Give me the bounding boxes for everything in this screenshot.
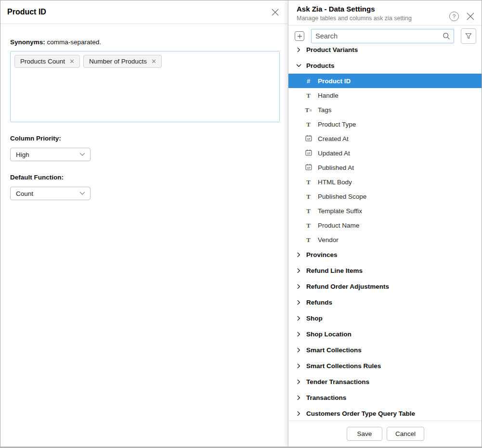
- tree-table-label: Refund Line Items: [306, 267, 363, 274]
- tree-table-label: Transactions: [306, 394, 346, 401]
- tree-table-label: Customers Order Type Query Table: [306, 410, 415, 417]
- column-priority-select[interactable]: High: [10, 148, 91, 161]
- tree-table-label: Refunds: [306, 299, 332, 306]
- tree-column-row[interactable]: TProduct Type: [288, 117, 482, 131]
- synonym-tag: Number of Products✕: [83, 55, 162, 68]
- svg-text:17: 17: [307, 152, 310, 155]
- window: Product ID Synonyms: comma-separated. Pr…: [0, 0, 482, 448]
- calendar-icon: 17: [305, 164, 312, 171]
- synonyms-label-bold: Synonyms:: [10, 38, 45, 46]
- tree-table-row[interactable]: Refunds: [288, 294, 482, 310]
- data-settings-header: Ask Zia - Data Settings Manage tables an…: [288, 0, 482, 26]
- synonyms-input-area[interactable]: Products Count✕Number of Products✕: [10, 51, 280, 122]
- tree-table-row[interactable]: Provinces: [288, 247, 482, 263]
- close-icon[interactable]: [465, 11, 476, 22]
- tree-table-row[interactable]: Refund Line Items: [288, 263, 482, 279]
- tree-table-label: Smart Collections: [306, 346, 362, 354]
- multi-value-text-icon: T≡: [305, 107, 312, 113]
- column-settings-header: Product ID: [0, 0, 288, 24]
- synonyms-label: Synonyms: comma-separated.: [10, 38, 279, 46]
- number-column-icon: #: [305, 78, 312, 84]
- chevron-right-icon: [296, 332, 301, 337]
- column-priority-label: Column Priority:: [10, 135, 279, 142]
- tree-column-row[interactable]: TTemplate Suffix: [288, 204, 482, 218]
- tree-table-label: Products: [306, 62, 335, 69]
- text-column-icon: T: [305, 208, 312, 214]
- filter-icon[interactable]: [461, 28, 476, 44]
- tree-column-label: Product ID: [318, 77, 351, 85]
- chevron-down-icon: [79, 192, 85, 195]
- tree-column-row[interactable]: 17Created At: [288, 131, 482, 146]
- synonym-tag-label: Products Count: [20, 58, 65, 65]
- tree-column-label: Published Scope: [318, 193, 366, 200]
- tree-column-row[interactable]: T≡Tags: [288, 102, 482, 117]
- tree-column-row[interactable]: TProduct Name: [288, 218, 482, 232]
- tree-table-row[interactable]: Smart Collections: [288, 342, 482, 358]
- close-icon[interactable]: [270, 7, 280, 17]
- calendar-icon: 17: [305, 135, 312, 142]
- data-settings-footer: Save Cancel: [288, 421, 482, 447]
- svg-text:17: 17: [307, 166, 310, 169]
- data-settings-toolbar: [288, 26, 482, 47]
- synonym-tag-label: Number of Products: [89, 58, 147, 65]
- chevron-right-icon: [296, 363, 301, 369]
- chevron-right-icon: [296, 268, 301, 273]
- tree-column-label: Published At: [318, 164, 354, 171]
- column-settings-panel: Product ID Synonyms: comma-separated. Pr…: [0, 0, 288, 447]
- synonym-tag: Products Count✕: [14, 55, 80, 68]
- chevron-right-icon: [296, 411, 301, 416]
- tree-table-row[interactable]: Smart Collections Rules: [288, 358, 482, 374]
- data-settings-title: Ask Zia - Data Settings: [297, 5, 412, 14]
- add-icon[interactable]: [295, 31, 304, 41]
- chevron-down-icon: [79, 153, 85, 156]
- search-wrap: [311, 29, 454, 43]
- tree-column-label: Vendor: [318, 236, 339, 243]
- remove-tag-icon[interactable]: ✕: [151, 58, 156, 64]
- tree-column-label: Updated At: [318, 150, 350, 157]
- tree-table-label: Provinces: [306, 251, 338, 258]
- tree-table-row[interactable]: Transactions: [288, 390, 482, 406]
- text-column-icon: T: [305, 222, 312, 229]
- tree-column-row[interactable]: 17Published At: [288, 160, 482, 175]
- default-function-select[interactable]: Count: [10, 187, 91, 200]
- tree-table-row[interactable]: Shop Location: [288, 326, 482, 342]
- chevron-right-icon: [296, 395, 301, 400]
- chevron-right-icon: [296, 47, 301, 52]
- text-column-icon: T: [305, 237, 312, 243]
- data-settings-subtitle: Manage tables and columns ask zia settin…: [297, 15, 412, 23]
- tree-table-label: Smart Collections Rules: [306, 362, 381, 370]
- help-icon[interactable]: ?: [449, 12, 459, 21]
- tree-table-row[interactable]: Customers Order Type Query Table: [288, 406, 482, 422]
- tree-table-row[interactable]: Products: [288, 58, 482, 74]
- ask-zia-data-settings-panel: Ask Zia - Data Settings Manage tables an…: [288, 0, 482, 447]
- svg-text:17: 17: [307, 138, 310, 141]
- tree-column-label: Tags: [318, 106, 332, 114]
- tree-column-row[interactable]: TVendor: [288, 232, 482, 247]
- tree-table-row[interactable]: Tender Transactions: [288, 374, 482, 390]
- tree-column-label: HTML Body: [318, 179, 352, 186]
- page-title: Product ID: [7, 8, 46, 16]
- save-button[interactable]: Save: [347, 427, 382, 441]
- tree-list[interactable]: Product VariantsProducts#Product IDTHand…: [288, 47, 482, 422]
- tree-column-row[interactable]: THTML Body: [288, 175, 482, 189]
- calendar-icon: 17: [305, 149, 312, 157]
- tree-table-label: Product Variants: [306, 47, 358, 53]
- tree-column-label: Created At: [318, 135, 349, 142]
- tree-column-row[interactable]: 17Updated At: [288, 146, 482, 160]
- tree-table-label: Shop Location: [306, 331, 352, 338]
- tree-column-label: Template Suffix: [318, 207, 362, 215]
- tree-column-row[interactable]: TPublished Scope: [288, 189, 482, 204]
- chevron-right-icon: [296, 347, 301, 353]
- tree-table-row[interactable]: Product Variants: [288, 47, 482, 58]
- chevron-right-icon: [296, 252, 301, 257]
- tree-column-row[interactable]: #Product ID: [288, 74, 482, 88]
- tree-table-label: Shop: [306, 315, 323, 322]
- chevron-right-icon: [296, 300, 301, 305]
- tree-table-row[interactable]: Shop: [288, 310, 482, 326]
- tree-column-row[interactable]: THandle: [288, 88, 482, 102]
- search-input[interactable]: [311, 29, 454, 43]
- remove-tag-icon[interactable]: ✕: [69, 58, 75, 64]
- cancel-button[interactable]: Cancel: [387, 427, 424, 441]
- tree-table-row[interactable]: Refund Order Adjustments: [288, 279, 482, 294]
- chevron-right-icon: [296, 284, 301, 289]
